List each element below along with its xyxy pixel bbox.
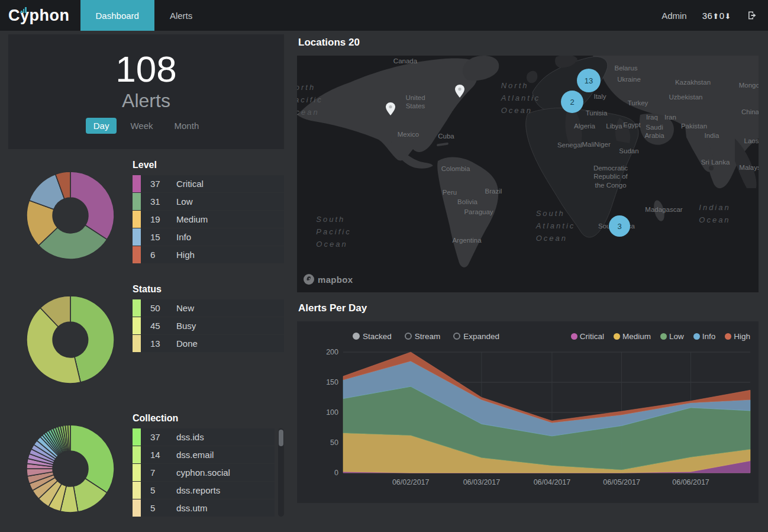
legend-swatch xyxy=(133,335,141,352)
alert-count: 108 xyxy=(115,50,176,88)
x-tick-label: 06/06/2017 xyxy=(672,478,709,486)
legend-item-info[interactable]: Info xyxy=(693,332,716,341)
legend-label: Critical xyxy=(166,179,204,189)
dashboard-main: 108 Alerts DayWeekMonth Level37Critical3… xyxy=(0,31,768,517)
section-title-level: Level xyxy=(133,160,284,170)
donut-level xyxy=(8,157,133,264)
legend-item-high[interactable]: High xyxy=(725,332,750,341)
alerts-summary-panel: 108 Alerts DayWeekMonth xyxy=(8,34,284,149)
legend-value: 19 xyxy=(141,214,166,224)
stacked-area-chart[interactable]: 05010015020006/02/201706/03/201706/04/20… xyxy=(303,344,755,499)
legend-dot-icon xyxy=(693,333,700,340)
legend-swatch xyxy=(133,211,141,228)
scrollbar[interactable] xyxy=(278,428,284,517)
legend-row[interactable]: 31Low xyxy=(133,193,284,210)
nav-tab-alerts[interactable]: Alerts xyxy=(154,0,208,31)
scrollbar-thumb[interactable] xyxy=(279,430,283,446)
legend-swatch xyxy=(133,464,141,481)
mapbox-attribution[interactable]: mapbox xyxy=(303,273,353,285)
pin-icon xyxy=(455,85,464,98)
chart-mode-stream[interactable]: Stream xyxy=(405,332,441,341)
legend-item-critical[interactable]: Critical xyxy=(571,332,604,341)
legend-row[interactable]: 15Info xyxy=(133,228,284,246)
period-month-button[interactable]: Month xyxy=(167,118,207,134)
map-cluster[interactable]: 2 xyxy=(561,91,583,113)
legend-row[interactable]: 45Busy xyxy=(133,317,284,334)
x-tick-label: 06/05/2017 xyxy=(603,478,640,486)
donut-chart xyxy=(25,170,115,260)
legend-item-low[interactable]: Low xyxy=(660,332,684,341)
nav-tab-dashboard[interactable]: Dashboard xyxy=(80,0,154,31)
world-map-canvas xyxy=(297,56,759,292)
map-cluster[interactable]: 3 xyxy=(609,215,630,237)
legend-swatch xyxy=(133,193,141,210)
locations-title: Locations 20 xyxy=(298,37,759,49)
chart-series-legend: CriticalMediumLowInfoHigh xyxy=(571,332,750,341)
legend-row[interactable]: 19Medium xyxy=(133,211,284,228)
map-pin[interactable] xyxy=(455,85,464,100)
navbar: Cyphon DashboardAlerts Admin 36⬆0⬇ xyxy=(0,0,768,31)
legend-value: 37 xyxy=(141,432,166,442)
legend-swatch xyxy=(133,499,141,517)
radio-icon xyxy=(453,333,460,340)
period-week-button[interactable]: Week xyxy=(122,118,160,134)
logout-button[interactable] xyxy=(747,10,757,21)
legend-row[interactable]: 5dss.reports xyxy=(133,482,275,499)
legend-list-status: 50New45Busy13Done xyxy=(133,299,284,352)
alerts-per-day-title: Alerts Per Day xyxy=(298,302,759,314)
legend-row[interactable]: 13Done xyxy=(133,335,284,352)
legend-row[interactable]: 37dss.ids xyxy=(133,428,275,446)
radio-icon xyxy=(353,333,360,340)
x-tick-label: 06/03/2017 xyxy=(463,478,501,486)
breakdown-sections: Level37Critical31Low19Medium15Info6HighS… xyxy=(8,157,284,517)
legend-item-label: Info xyxy=(702,332,716,341)
logo-letter-y: y xyxy=(20,7,30,25)
alert-count-label: Alerts xyxy=(122,90,170,112)
chart-mode-stacked[interactable]: Stacked xyxy=(353,332,392,341)
radio-label: Stacked xyxy=(363,332,392,341)
chart-mode-expanded[interactable]: Expanded xyxy=(453,332,499,341)
legend-dot-icon xyxy=(571,333,577,340)
legend-label: dss.utm xyxy=(166,503,208,513)
alert-counters[interactable]: 36⬆0⬇ xyxy=(702,11,731,21)
nav-right: Admin 36⬆0⬇ xyxy=(661,0,768,31)
legend-item-medium[interactable]: Medium xyxy=(614,332,651,341)
section-level: Level37Critical31Low19Medium15Info6High xyxy=(8,157,284,264)
legend-label: dss.reports xyxy=(166,485,220,495)
legend-value: 45 xyxy=(141,321,166,331)
user-menu[interactable]: Admin xyxy=(661,11,687,21)
legend-row[interactable]: 37Critical xyxy=(133,175,284,192)
y-tick-label: 150 xyxy=(326,378,338,386)
legend-swatch xyxy=(133,175,141,192)
cyphon-logo[interactable]: Cyphon xyxy=(0,0,80,31)
legend-label: Done xyxy=(166,338,198,349)
legend-label: cyphon.social xyxy=(166,467,230,478)
legend-value: 15 xyxy=(141,232,166,242)
y-tick-label: 50 xyxy=(330,439,338,447)
legend-row[interactable]: 14dss.email xyxy=(133,446,275,463)
map-pin[interactable] xyxy=(386,102,395,118)
logo-bars-icon xyxy=(21,7,27,13)
legend-row[interactable]: 7cyphon.social xyxy=(133,464,275,481)
legend-value: 5 xyxy=(141,485,166,495)
mapbox-wordmark: mapbox xyxy=(318,275,353,285)
donut-status xyxy=(8,282,133,385)
period-day-button[interactable]: Day xyxy=(86,118,117,134)
locations-map[interactable]: North Pacific OceanSouth Pacific OceanNo… xyxy=(297,56,759,292)
y-tick-label: 200 xyxy=(326,348,338,356)
x-tick-label: 06/02/2017 xyxy=(392,478,430,486)
chart-controls: StackedStreamExpanded CriticalMediumLowI… xyxy=(303,328,753,344)
alerts-per-day-chart-card: StackedStreamExpanded CriticalMediumLowI… xyxy=(297,321,759,503)
legend-swatch xyxy=(133,246,141,263)
legend-value: 5 xyxy=(141,503,166,513)
map-cluster[interactable]: 13 xyxy=(577,69,601,92)
legend-row[interactable]: 6High xyxy=(133,246,284,263)
radio-label: Expanded xyxy=(463,332,499,341)
legend-swatch xyxy=(133,482,141,499)
legend-value: 37 xyxy=(141,179,166,189)
legend-swatch xyxy=(133,299,141,317)
arrow-up-icon: ⬆ xyxy=(712,12,719,21)
legend-swatch xyxy=(133,228,141,246)
legend-row[interactable]: 5dss.utm xyxy=(133,499,275,517)
legend-row[interactable]: 50New xyxy=(133,299,284,317)
